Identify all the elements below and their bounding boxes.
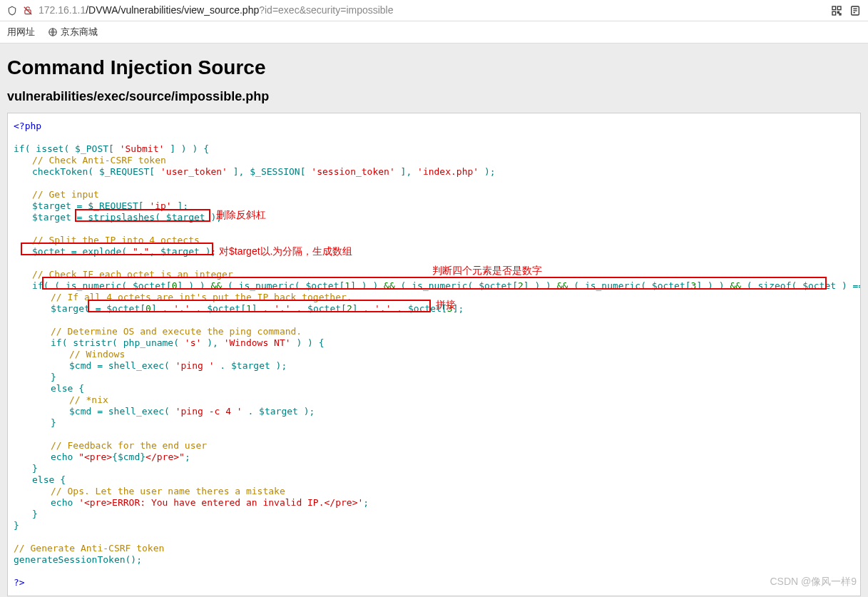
svg-rect-6	[839, 14, 841, 15]
annotation-text-2: 对$target以.为分隔，生成数组	[219, 245, 352, 257]
globe-icon	[48, 26, 58, 38]
source-code-block: <?php if( isset( $_POST[ 'Submit' ] ) ) …	[7, 113, 861, 596]
page-content: Command Injection Source vulnerabilities…	[0, 44, 868, 597]
qr-icon[interactable]	[831, 4, 842, 16]
annotation-text-1: 删除反斜杠	[216, 209, 266, 220]
watermark: CSDN @像风一样9	[770, 576, 857, 588]
bookmark-bar: 用网址 京东商城	[0, 21, 868, 44]
shield-icon	[7, 5, 17, 16]
reader-icon[interactable]	[849, 4, 861, 16]
svg-rect-4	[832, 11, 836, 15]
annotation-text-3: 判断四个元素是否是数字	[432, 265, 542, 276]
url-field[interactable]: 172.16.1.1/DVWA/vulnerabilities/view_sou…	[39, 4, 831, 16]
page-subtitle: vulnerabilities/exec/source/impossible.p…	[7, 89, 861, 104]
browser-address-bar[interactable]: 172.16.1.1/DVWA/vulnerabilities/view_sou…	[0, 0, 868, 21]
annotation-text-4: 拼接	[436, 299, 456, 310]
lock-broken-icon	[23, 5, 33, 16]
svg-rect-5	[837, 11, 839, 13]
svg-rect-2	[832, 6, 836, 10]
bookmark-item[interactable]: 用网址	[7, 26, 35, 39]
page-title: Command Injection Source	[7, 56, 861, 79]
bookmark-item-jd[interactable]: 京东商城	[45, 26, 98, 39]
svg-rect-3	[837, 6, 841, 10]
